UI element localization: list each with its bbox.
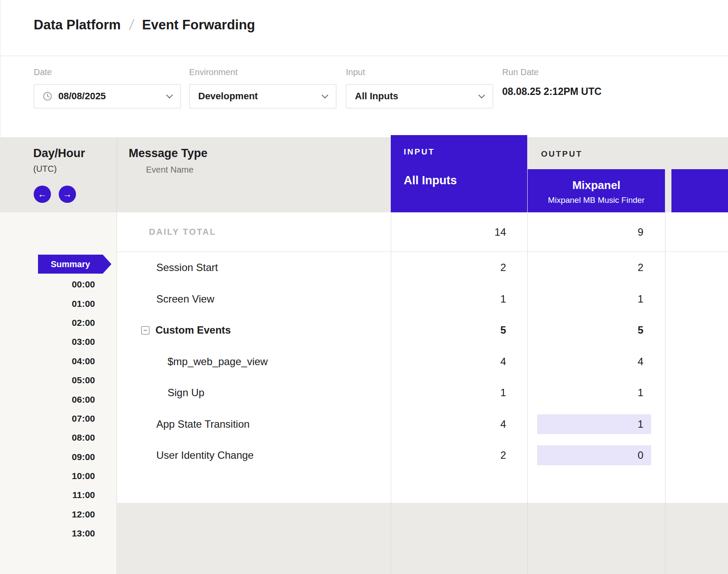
run-date-group: Run Date 08.08.25 2:12PM UTC [502, 67, 601, 98]
arrow-left-icon: ← [38, 189, 47, 199]
table-footer-area [117, 503, 728, 574]
table-row: App State Transition 4 1 [117, 409, 728, 440]
day-navigation: ← → [34, 186, 76, 203]
hour-row[interactable]: 11:00 [0, 486, 95, 505]
output-column-name: Mixpanel [528, 179, 665, 192]
hour-row[interactable]: 05:00 [0, 371, 95, 390]
output-column-label: OUTPUT [541, 149, 582, 159]
filter-bar: Date 08/08/2025 Environment Development … [0, 56, 728, 137]
chevron-down-icon [166, 91, 173, 98]
column-divider [527, 212, 528, 574]
breadcrumb: Data Platform / Event Forwarding [34, 16, 255, 33]
hour-row[interactable]: 06:00 [0, 390, 95, 409]
table-row-group: − Custom Events 5 5 [117, 315, 728, 346]
hour-row[interactable]: 03:00 [0, 332, 95, 351]
hour-list: 00:00 01:00 02:00 03:00 04:00 05:00 06:0… [0, 275, 95, 543]
input-count: 2 [500, 449, 514, 461]
output-column-header: Mixpanel Mixpanel MB Music Finder [528, 169, 665, 212]
clock-icon [43, 91, 52, 101]
input-count: 5 [500, 324, 514, 336]
daily-total-row: DAILY TOTAL 14 9 [117, 212, 728, 252]
input-select[interactable]: All Inputs [346, 84, 493, 108]
date-select-value: 08/08/2025 [58, 91, 167, 102]
environment-filter-label: Environment [189, 67, 336, 77]
event-name: Session Start [117, 262, 391, 274]
hour-row[interactable]: 09:00 [0, 448, 95, 467]
top-bar: Data Platform / Event Forwarding [0, 0, 728, 56]
arrow-right-icon: → [63, 189, 72, 199]
output-count: 1 [638, 387, 651, 399]
event-name-subtitle: Event Name [146, 165, 193, 175]
day-hour-subtitle: (UTC) [33, 164, 57, 174]
output-count: 1 [638, 293, 651, 305]
input-count: 2 [500, 262, 514, 274]
environment-select-value: Development [198, 91, 323, 102]
breadcrumb-separator-icon: / [128, 16, 135, 33]
output-count: 2 [638, 262, 651, 274]
hour-row[interactable]: 02:00 [0, 313, 95, 332]
column-divider [391, 212, 391, 574]
event-name: − Custom Events [117, 324, 391, 336]
column-divider [665, 212, 665, 574]
output-count-highlighted: 1 [537, 414, 651, 434]
daily-total-label: DAILY TOTAL [117, 227, 391, 237]
input-column-name: All Inputs [404, 174, 527, 187]
grid-header-band: Day/Hour (UTC) ← → Message Type Event Na… [0, 137, 728, 212]
input-column-header: INPUT All Inputs [391, 135, 527, 212]
table-row: Screen View 1 1 [117, 284, 728, 315]
input-count: 4 [500, 418, 514, 430]
table-row-child: Sign Up 1 1 [117, 377, 728, 409]
hour-row[interactable]: 00:00 [0, 275, 95, 294]
event-name: Screen View [117, 293, 391, 305]
date-select[interactable]: 08/08/2025 [34, 84, 181, 108]
next-day-button[interactable]: → [59, 186, 76, 203]
output-count: 4 [638, 356, 651, 368]
date-filter-label: Date [34, 67, 181, 77]
event-name-text: Custom Events [155, 324, 231, 336]
event-name: $mp_web_page_view [117, 356, 391, 368]
collapse-icon[interactable]: − [141, 326, 149, 334]
daily-total-input-count: 14 [494, 226, 514, 238]
event-table: DAILY TOTAL 14 9 Session Start 2 2 Scree… [117, 212, 728, 574]
run-date-label: Run Date [502, 67, 601, 77]
hour-row[interactable]: 10:00 [0, 467, 95, 486]
run-date-value: 08.08.25 2:12PM UTC [502, 86, 601, 98]
table-row-child: $mp_web_page_view 4 4 [117, 346, 728, 378]
next-output-column-header [671, 169, 728, 212]
input-select-value: All Inputs [355, 91, 479, 102]
output-column-subtitle: Mixpanel MB Music Finder [528, 196, 665, 205]
hour-row[interactable]: 12:00 [0, 505, 95, 524]
input-filter-label: Input [346, 67, 493, 77]
input-filter-group: Input All Inputs [346, 67, 493, 108]
input-count: 4 [500, 356, 514, 368]
event-name: User Identity Change [117, 449, 391, 461]
hour-row[interactable]: 08:00 [0, 428, 95, 447]
date-filter-group: Date 08/08/2025 [34, 67, 181, 108]
output-count: 5 [638, 324, 651, 336]
event-name: App State Transition [117, 418, 391, 430]
table-row: User Identity Change 2 0 [117, 440, 728, 471]
input-count: 1 [500, 387, 514, 399]
input-column-label: INPUT [404, 147, 527, 157]
output-count-highlighted: 0 [537, 445, 651, 465]
chevron-down-icon [322, 91, 329, 98]
hour-row[interactable]: 13:00 [0, 524, 95, 543]
event-name: Sign Up [117, 387, 391, 399]
summary-row-badge[interactable]: Summary [38, 255, 111, 274]
event-forwarding-page: Data Platform / Event Forwarding Date 08… [0, 0, 728, 574]
hour-row[interactable]: 01:00 [0, 294, 95, 313]
daily-total-output-count: 9 [638, 226, 651, 238]
input-count: 1 [500, 293, 514, 305]
message-type-title: Message Type [129, 147, 208, 160]
breadcrumb-current: Event Forwarding [142, 17, 255, 33]
environment-filter-group: Environment Development [189, 67, 336, 108]
environment-select[interactable]: Development [189, 84, 336, 108]
hour-row[interactable]: 04:00 [0, 352, 95, 371]
chevron-down-icon [478, 91, 485, 98]
table-row: Session Start 2 2 [117, 252, 728, 284]
column-divider [117, 137, 117, 574]
previous-day-button[interactable]: ← [34, 186, 51, 203]
hour-row[interactable]: 07:00 [0, 409, 95, 428]
day-hour-sidebar: Summary 00:00 01:00 02:00 03:00 04:00 05… [0, 212, 117, 574]
breadcrumb-section[interactable]: Data Platform [34, 17, 121, 33]
